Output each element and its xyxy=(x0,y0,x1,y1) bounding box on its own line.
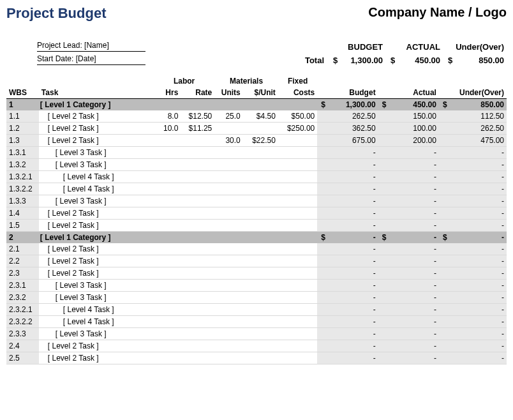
cell-fixed[interactable] xyxy=(278,255,317,267)
cell-task[interactable]: [ Level 2 Task ] xyxy=(39,340,154,352)
cell-punit[interactable] xyxy=(243,159,278,171)
table-row[interactable]: 1.3.2.2[ Level 4 Task ]--- xyxy=(6,183,507,195)
cell-wbs[interactable]: 1.3.2 xyxy=(6,159,39,171)
cell-rate[interactable] xyxy=(181,304,214,316)
cell-units[interactable] xyxy=(214,207,242,220)
cell-task[interactable]: [ Level 2 Task ] xyxy=(39,255,154,267)
cell-hrs[interactable] xyxy=(154,220,181,232)
cell-punit[interactable] xyxy=(243,171,278,183)
cell-hrs[interactable] xyxy=(154,183,181,195)
cell-wbs[interactable]: 1.3.1 xyxy=(6,147,39,159)
cell-budget[interactable]: 675.00 xyxy=(317,135,378,147)
cell-fixed[interactable] xyxy=(278,135,317,147)
cell-hrs[interactable] xyxy=(154,159,181,171)
cell-fixed[interactable] xyxy=(278,316,317,328)
cell-wbs[interactable]: 2.3.2.2 xyxy=(6,316,39,328)
cell-fixed[interactable] xyxy=(278,243,317,255)
table-row[interactable]: 2.3[ Level 2 Task ]--- xyxy=(6,267,507,280)
cell-wbs[interactable]: 2.2 xyxy=(6,255,39,267)
cell-units[interactable] xyxy=(214,340,242,352)
cell-hrs[interactable] xyxy=(154,352,181,364)
table-row[interactable]: 1.4[ Level 2 Task ]--- xyxy=(6,207,507,220)
cell-under[interactable]: $850.00 xyxy=(439,99,507,111)
cell-punit[interactable] xyxy=(243,292,278,304)
cell-task[interactable]: [ Level 2 Task ] xyxy=(39,352,154,364)
cell-hrs[interactable] xyxy=(154,316,181,328)
cell-under[interactable]: - xyxy=(439,316,507,328)
cell-hrs[interactable] xyxy=(154,328,181,340)
cell-hrs[interactable] xyxy=(154,147,181,159)
cell-rate[interactable] xyxy=(181,207,214,220)
cell-wbs[interactable]: 2.5 xyxy=(6,352,39,364)
cell-units[interactable] xyxy=(214,220,242,232)
table-row[interactable]: 2.2[ Level 2 Task ]--- xyxy=(6,255,507,267)
project-lead-field[interactable]: Project Lead: [Name] xyxy=(37,40,145,52)
cell-wbs[interactable]: 1.3.2.1 xyxy=(6,171,39,183)
cell-budget[interactable]: - xyxy=(317,304,378,316)
cell-wbs[interactable]: 1 xyxy=(6,99,39,111)
cell-units[interactable] xyxy=(214,316,242,328)
cell-units[interactable]: 30.0 xyxy=(214,135,242,147)
cell-wbs[interactable]: 2.3.2 xyxy=(6,292,39,304)
cell-wbs[interactable]: 2 xyxy=(6,232,39,244)
cell-actual[interactable]: - xyxy=(378,243,439,255)
cell-budget[interactable]: - xyxy=(317,243,378,255)
table-row[interactable]: 1.2[ Level 2 Task ]10.0$11.25$250.00362.… xyxy=(6,123,507,135)
cell-rate[interactable] xyxy=(181,328,214,340)
cell-budget[interactable]: 262.50 xyxy=(317,110,378,123)
cell-rate[interactable] xyxy=(181,195,214,207)
cell-task[interactable]: [ Level 3 Task ] xyxy=(39,195,154,207)
cell-budget[interactable]: - xyxy=(317,340,378,352)
cell-units[interactable] xyxy=(214,171,242,183)
cell-rate[interactable] xyxy=(181,280,214,292)
cell-under[interactable]: - xyxy=(439,340,507,352)
cell-fixed[interactable] xyxy=(278,340,317,352)
cell-budget[interactable]: - xyxy=(317,171,378,183)
cell-punit[interactable] xyxy=(243,304,278,316)
cell-task[interactable]: [ Level 2 Task ] xyxy=(39,135,154,147)
cell-punit[interactable] xyxy=(243,328,278,340)
cell-budget[interactable]: - xyxy=(317,207,378,220)
cell-fixed[interactable] xyxy=(278,267,317,280)
cell-rate[interactable] xyxy=(181,316,214,328)
cell-under[interactable]: - xyxy=(439,280,507,292)
cell-fixed[interactable] xyxy=(278,147,317,159)
cell-actual[interactable]: - xyxy=(378,207,439,220)
cell-hrs[interactable] xyxy=(154,171,181,183)
cell-actual[interactable]: $- xyxy=(378,232,439,244)
cell-fixed[interactable] xyxy=(278,159,317,171)
cell-wbs[interactable]: 1.2 xyxy=(6,123,39,135)
cell-budget[interactable]: - xyxy=(317,292,378,304)
cell-punit[interactable]: $22.50 xyxy=(243,135,278,147)
cell-punit[interactable] xyxy=(243,255,278,267)
cell-units[interactable] xyxy=(214,123,242,135)
table-row[interactable]: 1.3.1[ Level 3 Task ]--- xyxy=(6,147,507,159)
cell-rate[interactable] xyxy=(181,220,214,232)
cell-wbs[interactable]: 2.4 xyxy=(6,340,39,352)
cell-fixed[interactable] xyxy=(278,352,317,364)
cell-rate[interactable] xyxy=(181,340,214,352)
cell-task[interactable]: [ Level 1 Category ] xyxy=(39,232,154,244)
cell-rate[interactable] xyxy=(181,183,214,195)
cell-punit[interactable] xyxy=(243,340,278,352)
cell-budget[interactable]: - xyxy=(317,183,378,195)
table-row[interactable]: 2.5[ Level 2 Task ]--- xyxy=(6,352,507,364)
start-date-field[interactable]: Start Date: [Date] xyxy=(37,53,145,65)
cell-under[interactable]: - xyxy=(439,292,507,304)
cell-hrs[interactable] xyxy=(154,255,181,267)
cell-hrs[interactable] xyxy=(154,280,181,292)
cell-hrs[interactable] xyxy=(154,267,181,280)
cell-hrs[interactable] xyxy=(154,243,181,255)
cell-budget[interactable]: - xyxy=(317,267,378,280)
cell-actual[interactable]: 100.00 xyxy=(378,123,439,135)
cell-under[interactable]: $- xyxy=(439,232,507,244)
cell-under[interactable]: - xyxy=(439,207,507,220)
cell-actual[interactable]: - xyxy=(378,316,439,328)
table-row[interactable]: 1.3[ Level 2 Task ]30.0$22.50675.00200.0… xyxy=(6,135,507,147)
cell-task[interactable]: [ Level 2 Task ] xyxy=(39,267,154,280)
cell-fixed[interactable] xyxy=(278,171,317,183)
table-row[interactable]: 2.3.2.2[ Level 4 Task ]--- xyxy=(6,316,507,328)
table-row[interactable]: 2.3.2.1[ Level 4 Task ]--- xyxy=(6,304,507,316)
cell-wbs[interactable]: 1.5 xyxy=(6,220,39,232)
table-row[interactable]: 1.1[ Level 2 Task ]8.0$12.5025.0$4.50$50… xyxy=(6,110,507,123)
